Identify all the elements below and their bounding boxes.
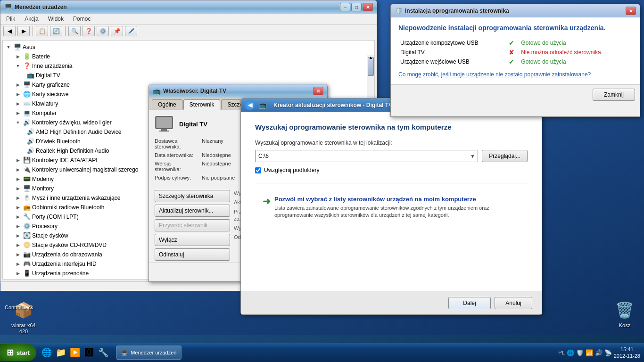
ide-label: Kontrolery IDE ATA/ATAPI <box>32 157 98 164</box>
expand-komputer: ▶ <box>14 109 22 117</box>
tree-item-digitaltv[interactable]: 📺 Digital TV <box>22 71 374 80</box>
expand-monitory: ▶ <box>14 185 22 192</box>
manual-driver-option[interactable]: ➜ Pozwól mi wybrać z listy sterowników u… <box>255 190 528 225</box>
menu-help[interactable]: Pomoc <box>71 15 92 23</box>
odinstaluj-button[interactable]: Odinstaluj <box>155 248 230 261</box>
expand-usb-ctrl: ▶ <box>14 166 22 173</box>
install-row-2: Urządzenie wejściowe USB ✔ Gotowe do uży… <box>398 57 632 66</box>
wizard-checkbox-row: Uwzględnij podfoldery <box>255 167 528 173</box>
tray-network[interactable]: 🌐 <box>567 349 574 356</box>
winrar-desktop-icon[interactable]: 📦 winrar-x64 420 <box>7 297 40 337</box>
device-manager-titlebar[interactable]: 🖥️ Menedżer urządzeń – □ ✕ <box>0 0 377 14</box>
bluetooth-radio-icon: 📻 <box>23 204 31 211</box>
windows-logo: ⊞ <box>7 347 14 358</box>
grafika-icon: 🖥️ <box>23 81 31 89</box>
desktop: 🖥️ Menedżer urządzeń – □ ✕ Plik Akcja Wi… <box>0 0 644 335</box>
update-driver-button[interactable]: 🔄 <box>50 26 62 36</box>
settings-button[interactable]: ⚙️ <box>97 26 109 36</box>
start-button[interactable]: ⊞ start <box>0 344 36 361</box>
back-button[interactable]: ◀ <box>3 26 16 36</box>
props-window-controls: ✕ <box>313 87 323 95</box>
close-button[interactable]: ✕ <box>363 3 373 11</box>
install-help-link[interactable]: Co mogę zrobić, jeśli moje urządzenie ni… <box>398 71 591 78</box>
tray-antivirus[interactable]: 🛡️ <box>576 349 584 356</box>
install-body: Niepowodzenie instalacji oprogramowania … <box>391 17 640 84</box>
install-row-1: Digital TV ✘ Nie można odnaleźć sterowni… <box>398 48 632 57</box>
scan-changes-button[interactable]: 🔍 <box>68 26 81 36</box>
install-close-button[interactable]: Zamknij <box>593 89 635 101</box>
menu-action[interactable]: Akcja <box>23 15 40 23</box>
ie-quicklaunch[interactable]: 🌐 <box>40 346 53 359</box>
forward-button[interactable]: ▶ <box>17 26 30 36</box>
next-button[interactable]: Dalej <box>448 297 491 309</box>
show-properties-button[interactable]: 📋 <box>36 26 48 36</box>
cancel-wizard-button[interactable]: Anuluj <box>495 297 532 309</box>
install-heading: Niepowodzenie instalacji oprogramowania … <box>398 24 632 32</box>
wizard-title-icon: 📺 <box>259 101 267 109</box>
media-quicklaunch[interactable]: ▶️ <box>68 346 82 359</box>
dyski-label: Stacje dysków <box>32 232 68 239</box>
extra-button2[interactable]: 🖊️ <box>125 26 137 36</box>
tree-root[interactable]: ▼ 🖥️ Asus <box>3 42 374 52</box>
wizard-heading: Wyszukaj oprogramowanie sterownika na ty… <box>255 123 528 131</box>
menu-view[interactable]: Widok <box>46 15 66 23</box>
realtek-audio-icon: 🔊 <box>27 147 34 155</box>
tray-bluetooth[interactable]: 📶 <box>586 349 593 356</box>
szczegoly-sterownika-button[interactable]: Szczegóły sterownika <box>155 190 230 202</box>
expand-portable: ▶ <box>14 270 22 277</box>
opera-quicklaunch[interactable]: 🅾 <box>83 346 96 359</box>
wizard-body: Wyszukaj oprogramowanie sterownika na ty… <box>241 112 542 291</box>
status-icon-2: ✔ <box>507 57 520 66</box>
tab-ogolne[interactable]: Ogólne <box>152 99 182 109</box>
browse-button[interactable]: Przeglądaj... <box>482 150 528 162</box>
properties-titlebar[interactable]: 📺 Właściwości: Digital TV ✕ <box>149 84 327 98</box>
folder-quicklaunch[interactable]: 📁 <box>54 346 67 359</box>
tab-sterownik[interactable]: Sterownik <box>183 99 221 110</box>
svg-rect-1 <box>157 117 172 128</box>
recycle-bin-label: Kosz <box>619 322 630 329</box>
recycle-bin-image: 🗑️ <box>613 299 636 321</box>
help-button[interactable]: ❓ <box>83 26 95 36</box>
tray-volume[interactable]: 🔊 <box>595 349 603 356</box>
wizard-path-select[interactable]: C:\6 ▼ <box>255 150 478 162</box>
status-icon-0: ✔ <box>507 38 520 48</box>
hid-label: Urządzenia interfejsu HID <box>32 261 97 267</box>
error-icon-1: ✘ <box>509 49 514 56</box>
wylacz-button[interactable]: Wyłącz <box>155 234 230 246</box>
dyski-icon: 💽 <box>23 232 31 239</box>
toolbar-separator <box>33 26 33 36</box>
monitory-label: Monitory <box>32 185 54 192</box>
field-label-podpis: Podpis cyfrowy: <box>155 175 202 181</box>
subfolder-checkbox[interactable] <box>255 167 261 173</box>
klawiatury-label: Klawiatury <box>32 100 58 107</box>
komputer-icon: 💻 <box>23 109 31 117</box>
menu-file[interactable]: Plik <box>4 15 17 23</box>
props-close-btn[interactable]: ✕ <box>313 87 323 95</box>
tree-item-baterie[interactable]: ▶ 🔋 Baterie <box>12 52 374 61</box>
subfolder-label: Uwzględnij podfoldery <box>264 167 319 173</box>
inne-label: Inne urządzenia <box>32 63 72 69</box>
tool-quicklaunch[interactable]: 🔧 <box>97 346 110 359</box>
extra-button1[interactable]: 📌 <box>111 26 123 36</box>
status-text-0: Gotowe do użycia <box>519 38 632 48</box>
digitaltv-label: Digital TV <box>36 72 60 79</box>
install-titlebar[interactable]: 🛡️ Instalacja oprogramowania sterownika … <box>391 4 640 17</box>
tray-wifi[interactable]: 📡 <box>604 349 612 356</box>
expand-procesory: ▶ <box>14 222 22 230</box>
inne-icon: ❓ <box>23 62 31 70</box>
install-close-x-btn[interactable]: ✕ <box>626 7 636 15</box>
taskbar-item-devmgr[interactable]: 🖥️ Menedżer urządzeń <box>116 346 182 360</box>
minimize-button[interactable]: – <box>340 3 350 11</box>
scroll-up-btn[interactable]: ▲ <box>367 55 374 60</box>
przywroc-sterownik-button[interactable]: Przywróć sterownik <box>155 219 230 231</box>
aktualizuj-sterownik-button[interactable]: Aktualizuj sterownik... <box>155 205 230 217</box>
wizard-back-button[interactable]: ◀ <box>245 100 255 110</box>
recycle-bin-icon[interactable]: 🗑️ Kosz <box>608 297 641 330</box>
status-icon-1: ✘ <box>507 48 520 57</box>
tree-item-inne[interactable]: ▼ ❓ Inne urządzenia <box>12 61 374 71</box>
maximize-button[interactable]: □ <box>351 3 362 11</box>
ok-icon-0: ✔ <box>509 39 514 47</box>
clock[interactable]: 15:41 2012-11-28 <box>614 346 640 360</box>
expand-baterie: ▶ <box>14 53 22 60</box>
realtek-audio-label: Realtek High Definition Audio <box>36 148 109 154</box>
